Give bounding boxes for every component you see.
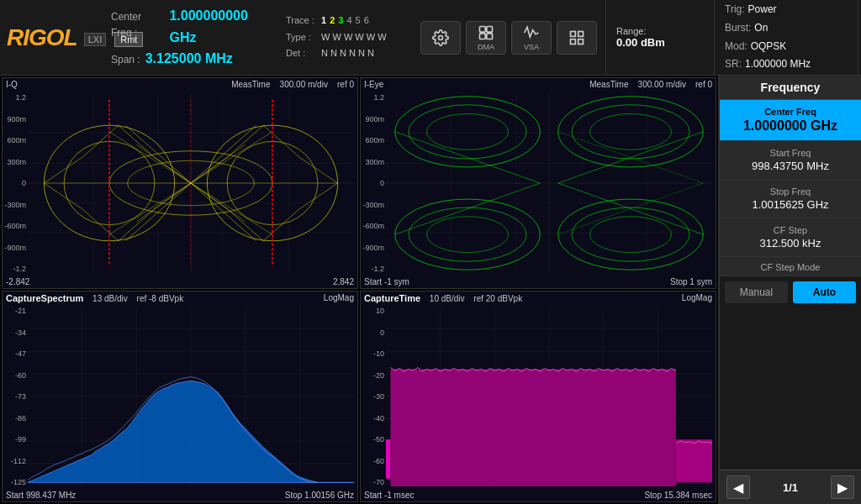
vsa-label: VSA — [524, 43, 539, 51]
toolbar-icons: DMA VSA — [412, 0, 605, 75]
trace-3[interactable]: 3 — [338, 13, 343, 29]
svg-point-53 — [409, 207, 526, 261]
time-capture-title: CaptureTime — [364, 293, 420, 303]
spectrum-chart-header: CaptureSpectrum 13 dB/div ref -8 dBVpk L… — [6, 293, 354, 303]
svg-marker-89 — [390, 369, 676, 486]
trace-label: Trace : — [286, 13, 318, 29]
next-page-btn[interactable]: ▶ — [831, 475, 854, 499]
time-capture-x-stop: Stop 15.384 msec — [644, 491, 712, 500]
svg-rect-1 — [480, 26, 486, 32]
svg-point-46 — [558, 97, 703, 167]
center-freq-btn-label: Center Freq — [728, 107, 853, 117]
vsa-icon-btn[interactable]: VSA — [511, 21, 552, 55]
mod-value: OQPSK — [751, 38, 787, 56]
trace-1[interactable]: 1 — [321, 13, 326, 29]
svg-point-52 — [558, 199, 703, 270]
range-area: Range: 0.00 dBm — [605, 0, 715, 75]
right-panel-title: Frequency — [720, 76, 861, 100]
trace-5[interactable]: 5 — [356, 13, 361, 29]
time-capture-chart-panel: CaptureTime 10 dB/div ref 20 dBVpk LogMa… — [360, 291, 716, 502]
settings-icon-btn[interactable] — [420, 21, 461, 55]
eye-chart-footer: Start -1 sym Stop 1 sym — [364, 277, 712, 286]
cf-step-mode-label-area: CF Step Mode — [720, 257, 861, 276]
cf-step-btn-label: CF Step — [728, 225, 853, 235]
page-indicator: 1/1 — [783, 481, 798, 494]
eye-canvas — [386, 93, 712, 273]
iq-meas-time: MeasTime 300.00 m/div ref 0 — [231, 80, 354, 89]
time-capture-ref: ref 20 dBVpk — [473, 294, 522, 303]
spectrum-logmag: LogMag — [324, 293, 354, 303]
svg-point-49 — [427, 113, 509, 150]
svg-rect-6 — [578, 31, 584, 36]
center-freq-btn[interactable]: Center Freq 1.0000000 GHz — [720, 100, 861, 141]
svg-point-47 — [409, 105, 526, 159]
svg-rect-2 — [487, 26, 493, 32]
svg-line-57 — [395, 132, 540, 183]
dma-icon-btn[interactable]: DMA — [466, 21, 506, 55]
manual-mode-btn[interactable]: Manual — [725, 281, 788, 303]
iq-y-axis: 1.2900m600m300m0 -300m-600m-900m-1.2 — [4, 93, 28, 273]
stop-freq-btn-value: 1.0015625 GHz — [728, 198, 853, 211]
span-value: 3.125000 MHz — [145, 48, 233, 70]
trace-6[interactable]: 6 — [364, 13, 369, 29]
cf-step-btn[interactable]: CF Step 312.500 kHz — [720, 218, 861, 257]
center-freq-btn-value: 1.0000000 GHz — [728, 118, 853, 134]
prev-page-btn[interactable]: ◀ — [726, 475, 750, 499]
trace-4[interactable]: 4 — [346, 13, 351, 29]
center-freq-label: Center Freq : — [111, 9, 164, 41]
right-panel-footer: ◀ 1/1 ▶ — [720, 470, 861, 504]
spectrum-y-axis: -21-34-47-60-73 -86-99-112-125 — [4, 307, 28, 486]
trig-label: Trig: — [725, 1, 745, 19]
svg-point-54 — [572, 207, 689, 261]
center-freq-value: 1.000000000 GHz — [169, 5, 267, 48]
trace-2[interactable]: 2 — [330, 13, 335, 29]
span-label: Span : — [111, 52, 140, 68]
svg-point-56 — [590, 217, 672, 253]
svg-rect-4 — [487, 33, 493, 39]
type-label: Type : — [286, 29, 318, 46]
sr-label: SR: — [725, 55, 742, 74]
burst-value: On — [754, 19, 768, 38]
cf-step-mode-label: CF Step Mode — [728, 262, 853, 272]
cf-step-mode-area: Manual Auto — [720, 276, 861, 308]
spectrum-ref: ref -8 dBVpk — [137, 294, 184, 303]
trig-mod-area: Trig: Power Burst: On Mod: OQPSK SR: 1.0… — [715, 0, 858, 75]
range-value: 0.00 dBm — [616, 36, 704, 49]
stop-freq-btn-label: Stop Freq — [728, 186, 853, 197]
spectrum-canvas — [28, 307, 354, 486]
start-freq-btn[interactable]: Start Freq 998.43750 MHz — [720, 141, 861, 180]
iq-chart-footer: -2.842 2.842 — [6, 277, 354, 286]
eye-x-start: Start -1 sym — [364, 277, 409, 286]
trig-value: Power — [748, 1, 777, 19]
charts-area: I-Q MeasTime 300.00 m/div ref 0 1.2900m6… — [0, 76, 718, 504]
stop-freq-btn[interactable]: Stop Freq 1.0015625 GHz — [720, 180, 861, 218]
time-capture-chart-footer: Start -1 msec Stop 15.384 msec — [364, 491, 712, 500]
start-freq-btn-label: Start Freq — [728, 148, 853, 158]
time-capture-canvas — [386, 307, 712, 486]
time-capture-chart-header: CaptureTime 10 dB/div ref 20 dBVpk LogMa… — [364, 293, 712, 303]
cf-step-btn-value: 312.500 kHz — [728, 237, 853, 249]
range-label: Range: — [616, 26, 704, 36]
det-label: Det : — [286, 45, 318, 62]
mod-label: Mod: — [725, 38, 747, 56]
spectrum-x-start: Start 998.437 MHz — [6, 491, 76, 500]
datetime-area: 18:31:05 2019/02/22 — [858, 0, 861, 75]
iq-x-start: -2.842 — [6, 277, 29, 286]
svg-point-51 — [395, 199, 540, 270]
time-capture-y-axis: 100-10-20-30 -40-50-60-70 — [362, 307, 386, 486]
right-panel: Frequency Center Freq 1.0000000 GHz Star… — [718, 76, 861, 504]
iq-chart-header: I-Q MeasTime 300.00 m/div ref 0 — [6, 80, 354, 89]
eye-chart-title: I-Eye — [364, 80, 383, 89]
eye-meas-time: MeasTime 300.00 m/div ref 0 — [589, 80, 712, 89]
time-capture-div: 10 dB/div — [430, 294, 465, 303]
svg-point-50 — [590, 113, 672, 150]
svg-marker-75 — [28, 381, 354, 482]
det-values: N N N N N N — [321, 45, 374, 62]
iq-chart-panel: I-Q MeasTime 300.00 m/div ref 0 1.2900m6… — [2, 77, 358, 289]
rigol-logo: RIGOL — [7, 24, 77, 51]
auto-mode-btn[interactable]: Auto — [793, 281, 856, 303]
grid-icon-btn[interactable] — [557, 21, 597, 55]
trace-area: Trace : 1 2 3 4 5 6 Type : W W W W W W D… — [277, 0, 412, 75]
main-content: I-Q MeasTime 300.00 m/div ref 0 1.2900m6… — [0, 76, 861, 504]
spectrum-x-stop: Stop 1.00156 GHz — [285, 491, 354, 500]
